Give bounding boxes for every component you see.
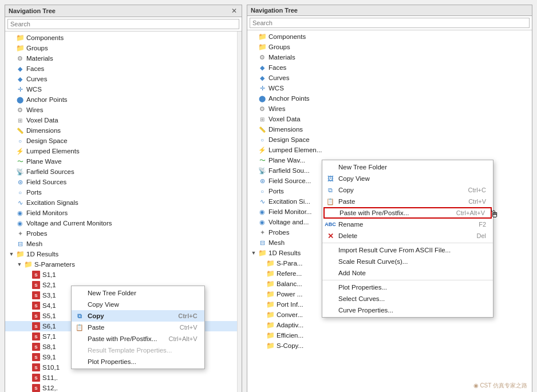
spacer-icon [250,33,258,41]
ctx-item-scale_curve[interactable]: Scale Result Curve(s)... [322,256,493,267]
tree-item-materials[interactable]: ⚙Materials [247,52,532,62]
ctx-item-paste_pre[interactable]: Paste with Pre/Postfix...Ctrl+Alt+V🖱 [323,207,492,219]
tree-label-farfield: Farfield Sources [26,168,74,175]
tree-item-s121[interactable]: SS12,. [5,383,237,392]
tree-item-wcs[interactable]: ✛WCS [247,83,532,93]
ctx-item-rename[interactable]: ABCRenameF2 [322,219,493,230]
sparam-icon: S [32,374,40,382]
ctx-label-delete: Delete [338,232,357,239]
tree-item-curves[interactable]: ◆Curves [247,73,532,83]
tree-item-anchor[interactable]: ⬤Anchor Points [247,93,532,104]
ctx-item-paste[interactable]: 📋PasteCtrl+V [322,196,493,207]
tree-label-wires: Wires [26,106,43,113]
left-panel-close[interactable]: ✕ [230,7,238,15]
tree-item-efficien[interactable]: 📁Efficien... [247,330,532,340]
tree-item-voxel[interactable]: ⊞Voxel Data [5,115,237,125]
spacer-icon [7,116,15,124]
collapse-icon[interactable]: ▼ [15,260,23,268]
tree-item-components[interactable]: 📁Components [5,33,237,43]
tree-item-excitation[interactable]: ∿Excitation Signals [5,197,237,208]
spacer-icon [23,332,31,340]
tree-item-voxel[interactable]: ⊞Voxel Data [247,114,532,124]
tree-label-s21: S2,1 [42,282,56,288]
ctx-item-paste_pre[interactable]: Paste with Pre/Postfix...Ctrl+Alt+V [72,333,204,345]
ctx-item-select_curves[interactable]: Select Curves... [322,293,493,304]
tree-label-adaptive: Adaptiv... [277,322,303,328]
tree-item-materials[interactable]: ⚙Materials [5,53,237,64]
ctx-shortcut-paste_pre: Ctrl+Alt+V [168,335,197,342]
antenna-icon: 📡 [16,168,24,176]
ctx-item-new_tree_folder[interactable]: New Tree Folder [322,161,493,173]
tree-item-adaptive[interactable]: 📁Adaptiv... [247,320,532,330]
circle-icon: ○ [260,188,264,195]
tree-label-conver: Conver... [277,311,303,318]
ctx-item-paste[interactable]: 📋PasteCtrl+V [72,322,204,333]
ctx-item-copy_view[interactable]: Copy View [72,299,204,310]
ctx-item-import_curve[interactable]: Import Result Curve From ASCII File... [322,244,493,256]
tree-item-scopy[interactable]: 📁S-Copy... [247,340,532,351]
left-search-input[interactable] [7,19,239,29]
spacer-icon [7,96,15,104]
tree-item-lumped[interactable]: ⚡Lumped Elements [5,146,237,156]
tree-label-voxel: Voxel Data [26,117,58,124]
spacer-icon [23,384,31,392]
tree-item-sparams[interactable]: ▼📁S-Parameters [5,259,237,270]
ctx-item-add_note[interactable]: Add Note [322,267,493,279]
tree-item-wires[interactable]: ⚙Wires [5,105,237,115]
ctx-item-new_tree_folder[interactable]: New Tree Folder [72,287,204,299]
tree-item-field_monitors[interactable]: ◉Field Monitors [5,208,237,218]
ctx-item-plot_props[interactable]: Plot Properties... [72,356,204,367]
spacer-icon [7,229,15,237]
tree-item-curves[interactable]: ◆Curves [5,74,237,84]
tree-item-wires[interactable]: ⚙Wires [247,104,532,114]
tree-item-1d_results[interactable]: ▼📁1D Results [5,249,237,259]
mesh-icon: ⊟ [18,240,23,248]
copy-icon: ⧉ [326,185,335,195]
tree-item-s111[interactable]: SS11,. [5,373,237,383]
ctx-item-plot_props[interactable]: Plot Properties... [322,282,493,293]
right-search-input[interactable] [250,18,530,28]
tree-item-faces[interactable]: ◆Faces [5,64,237,74]
tree-item-groups[interactable]: 📁Groups [5,43,237,53]
tree-label-s101: S10,1 [42,364,60,371]
tree-item-design[interactable]: ○Design Space [5,136,237,146]
tree-item-plane[interactable]: 〜Plane Wave [5,156,237,167]
field-icon: ⊛ [260,177,265,185]
collapse-icon[interactable]: ▼ [250,249,258,257]
tree-item-components[interactable]: 📁Components [247,31,532,42]
tree-label-design: Design Space [268,136,310,143]
ctx-item-delete[interactable]: ✕DeleteDel [322,230,493,241]
tree-item-lumped_el[interactable]: ⚡Lumped Elemen... [247,145,532,155]
tree-item-dimensions[interactable]: 📏Dimensions [5,125,237,136]
tree-label-design: Design Space [26,137,68,144]
tree-item-design[interactable]: ○Design Space [247,134,532,145]
grid-icon: ⊞ [18,117,22,124]
tree-item-mesh[interactable]: ⊟Mesh [5,239,237,249]
ctx-item-curve_props[interactable]: Curve Properties... [322,304,493,316]
spacer-icon [250,239,258,247]
tree-item-wcs[interactable]: ✛WCS [5,84,237,94]
tree-item-faces[interactable]: ◆Faces [247,62,532,73]
ctx-item-copy[interactable]: ⧉CopyCtrl+C [72,310,204,322]
tree-item-anchor[interactable]: ⬤Anchor Points [5,94,237,105]
tree-item-ports[interactable]: ○Ports [5,187,237,197]
folder-icon: 📁 [258,33,267,41]
tree-item-probes[interactable]: ✦Probes [5,228,237,239]
tree-label-field: Field Sources [26,179,66,185]
axis-icon: ✛ [18,86,23,93]
dot-icon: ⬤ [17,96,23,104]
ctx-label-plot_props: Plot Properties... [338,284,387,291]
tree-item-dimensions[interactable]: 📏Dimensions [247,124,532,134]
tree-item-voltage[interactable]: ◉Voltage and Current Monitors [5,218,237,228]
tree-label-materials: Materials [268,54,295,61]
ctx-item-copy_view[interactable]: 🖼Copy View [322,173,493,184]
left-scrollbar[interactable] [237,31,242,392]
tree-item-groups[interactable]: 📁Groups [247,42,532,52]
tree-item-farfield[interactable]: 📡Farfield Sources [5,167,237,177]
ctx-label-result_template: Result Template Properties... [88,347,172,354]
collapse-icon[interactable]: ▼ [7,250,15,258]
tree-item-s11[interactable]: SS1,1 [5,270,237,280]
tree-item-field[interactable]: ⊛Field Sources [5,177,237,187]
ctx-item-copy[interactable]: ⧉CopyCtrl+C [322,184,493,196]
tree-label-probes: Probes [26,230,47,237]
